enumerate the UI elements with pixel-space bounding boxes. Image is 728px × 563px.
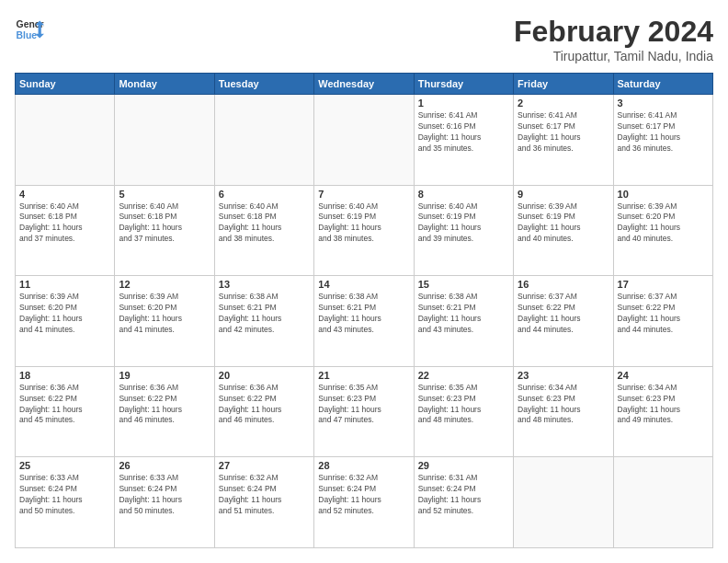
day-info: Sunrise: 6:38 AMSunset: 6:21 PMDaylight:…: [219, 292, 310, 336]
day-info: Sunrise: 6:40 AMSunset: 6:19 PMDaylight:…: [418, 201, 509, 246]
day-number: 11: [19, 279, 110, 290]
day-info: Sunrise: 6:40 AMSunset: 6:18 PMDaylight:…: [219, 201, 310, 246]
day-number: 19: [119, 370, 210, 381]
col-wednesday: Wednesday: [314, 74, 414, 95]
day-number: 20: [219, 370, 310, 381]
day-number: 23: [518, 370, 609, 381]
day-info: Sunrise: 6:33 AMSunset: 6:24 PMDaylight:…: [119, 473, 210, 517]
day-number: 12: [119, 279, 210, 290]
calendar-table: Sunday Monday Tuesday Wednesday Thursday…: [15, 73, 713, 548]
day-number: 13: [219, 279, 310, 290]
day-info: Sunrise: 6:35 AMSunset: 6:23 PMDaylight:…: [318, 383, 409, 427]
day-number: 7: [318, 189, 409, 200]
table-row: 17Sunrise: 6:37 AMSunset: 6:22 PMDayligh…: [613, 276, 712, 367]
table-row: [115, 95, 214, 186]
day-number: 6: [219, 189, 310, 200]
day-number: 16: [518, 279, 609, 290]
day-info: Sunrise: 6:39 AMSunset: 6:20 PMDaylight:…: [119, 292, 210, 336]
day-info: Sunrise: 6:36 AMSunset: 6:22 PMDaylight:…: [219, 383, 310, 427]
location: Tirupattur, Tamil Nadu, India: [514, 49, 713, 63]
table-row: 18Sunrise: 6:36 AMSunset: 6:22 PMDayligh…: [16, 366, 115, 457]
day-number: 14: [318, 279, 409, 290]
table-row: [514, 457, 613, 548]
day-info: Sunrise: 6:31 AMSunset: 6:24 PMDaylight:…: [418, 473, 509, 517]
table-row: [16, 95, 115, 186]
day-info: Sunrise: 6:40 AMSunset: 6:19 PMDaylight:…: [318, 201, 409, 246]
day-info: Sunrise: 6:32 AMSunset: 6:24 PMDaylight:…: [318, 473, 409, 517]
table-row: 3Sunrise: 6:41 AMSunset: 6:17 PMDaylight…: [613, 95, 712, 186]
day-number: 21: [318, 370, 409, 381]
table-row: 20Sunrise: 6:36 AMSunset: 6:22 PMDayligh…: [214, 366, 313, 457]
table-row: 29Sunrise: 6:31 AMSunset: 6:24 PMDayligh…: [414, 457, 513, 548]
day-info: Sunrise: 6:41 AMSunset: 6:16 PMDaylight:…: [418, 110, 509, 155]
day-info: Sunrise: 6:39 AMSunset: 6:20 PMDaylight:…: [618, 201, 709, 246]
day-info: Sunrise: 6:37 AMSunset: 6:22 PMDaylight:…: [518, 292, 609, 336]
day-number: 22: [418, 370, 509, 381]
day-info: Sunrise: 6:36 AMSunset: 6:22 PMDaylight:…: [19, 383, 110, 427]
day-number: 1: [418, 98, 509, 109]
table-row: 25Sunrise: 6:33 AMSunset: 6:24 PMDayligh…: [16, 457, 115, 548]
day-number: 2: [518, 98, 609, 109]
col-tuesday: Tuesday: [214, 74, 313, 95]
table-row: 1Sunrise: 6:41 AMSunset: 6:16 PMDaylight…: [414, 95, 513, 186]
table-row: 14Sunrise: 6:38 AMSunset: 6:21 PMDayligh…: [314, 276, 414, 367]
table-row: 9Sunrise: 6:39 AMSunset: 6:19 PMDaylight…: [514, 185, 613, 276]
table-row: [613, 457, 712, 548]
day-info: Sunrise: 6:39 AMSunset: 6:20 PMDaylight:…: [19, 292, 110, 336]
day-number: 10: [618, 189, 709, 200]
table-row: 24Sunrise: 6:34 AMSunset: 6:23 PMDayligh…: [613, 366, 712, 457]
table-row: 23Sunrise: 6:34 AMSunset: 6:23 PMDayligh…: [514, 366, 613, 457]
table-row: 12Sunrise: 6:39 AMSunset: 6:20 PMDayligh…: [115, 276, 214, 367]
logo-icon: General Blue: [15, 15, 44, 44]
day-info: Sunrise: 6:38 AMSunset: 6:21 PMDaylight:…: [418, 292, 509, 336]
day-info: Sunrise: 6:41 AMSunset: 6:17 PMDaylight:…: [518, 110, 609, 155]
table-row: 16Sunrise: 6:37 AMSunset: 6:22 PMDayligh…: [514, 276, 613, 367]
col-friday: Friday: [514, 74, 613, 95]
table-row: 6Sunrise: 6:40 AMSunset: 6:18 PMDaylight…: [214, 185, 313, 276]
day-info: Sunrise: 6:39 AMSunset: 6:19 PMDaylight:…: [518, 201, 609, 246]
table-row: 26Sunrise: 6:33 AMSunset: 6:24 PMDayligh…: [115, 457, 214, 548]
calendar-header-row: Sunday Monday Tuesday Wednesday Thursday…: [16, 74, 713, 95]
day-info: Sunrise: 6:38 AMSunset: 6:21 PMDaylight:…: [318, 292, 409, 336]
table-row: [314, 95, 414, 186]
table-row: 10Sunrise: 6:39 AMSunset: 6:20 PMDayligh…: [613, 185, 712, 276]
day-info: Sunrise: 6:40 AMSunset: 6:18 PMDaylight:…: [119, 201, 210, 246]
month-year: February 2024: [514, 15, 713, 49]
day-info: Sunrise: 6:36 AMSunset: 6:22 PMDaylight:…: [119, 383, 210, 427]
table-row: 5Sunrise: 6:40 AMSunset: 6:18 PMDaylight…: [115, 185, 214, 276]
table-row: 22Sunrise: 6:35 AMSunset: 6:23 PMDayligh…: [414, 366, 513, 457]
day-number: 25: [19, 460, 110, 471]
table-row: 11Sunrise: 6:39 AMSunset: 6:20 PMDayligh…: [16, 276, 115, 367]
col-thursday: Thursday: [414, 74, 513, 95]
day-info: Sunrise: 6:32 AMSunset: 6:24 PMDaylight:…: [219, 473, 310, 517]
day-number: 9: [518, 189, 609, 200]
day-info: Sunrise: 6:40 AMSunset: 6:18 PMDaylight:…: [19, 201, 110, 246]
day-number: 29: [418, 460, 509, 471]
svg-text:Blue: Blue: [17, 30, 38, 40]
day-info: Sunrise: 6:35 AMSunset: 6:23 PMDaylight:…: [418, 383, 509, 427]
day-info: Sunrise: 6:41 AMSunset: 6:17 PMDaylight:…: [618, 110, 709, 155]
table-row: 4Sunrise: 6:40 AMSunset: 6:18 PMDaylight…: [16, 185, 115, 276]
day-number: 18: [19, 370, 110, 381]
table-row: 13Sunrise: 6:38 AMSunset: 6:21 PMDayligh…: [214, 276, 313, 367]
day-number: 3: [618, 98, 709, 109]
col-saturday: Saturday: [613, 74, 712, 95]
table-row: 2Sunrise: 6:41 AMSunset: 6:17 PMDaylight…: [514, 95, 613, 186]
day-number: 4: [19, 189, 110, 200]
col-sunday: Sunday: [16, 74, 115, 95]
title-block: February 2024 Tirupattur, Tamil Nadu, In…: [514, 15, 713, 63]
logo: General Blue: [15, 15, 44, 44]
day-number: 5: [119, 189, 210, 200]
header: General Blue February 2024 Tirupattur, T…: [15, 15, 713, 63]
table-row: 7Sunrise: 6:40 AMSunset: 6:19 PMDaylight…: [314, 185, 414, 276]
day-number: 26: [119, 460, 210, 471]
day-number: 28: [318, 460, 409, 471]
day-info: Sunrise: 6:34 AMSunset: 6:23 PMDaylight:…: [618, 383, 709, 427]
day-info: Sunrise: 6:37 AMSunset: 6:22 PMDaylight:…: [618, 292, 709, 336]
table-row: [214, 95, 313, 186]
table-row: 27Sunrise: 6:32 AMSunset: 6:24 PMDayligh…: [214, 457, 313, 548]
day-number: 17: [618, 279, 709, 290]
day-number: 27: [219, 460, 310, 471]
day-number: 15: [418, 279, 509, 290]
day-number: 8: [418, 189, 509, 200]
